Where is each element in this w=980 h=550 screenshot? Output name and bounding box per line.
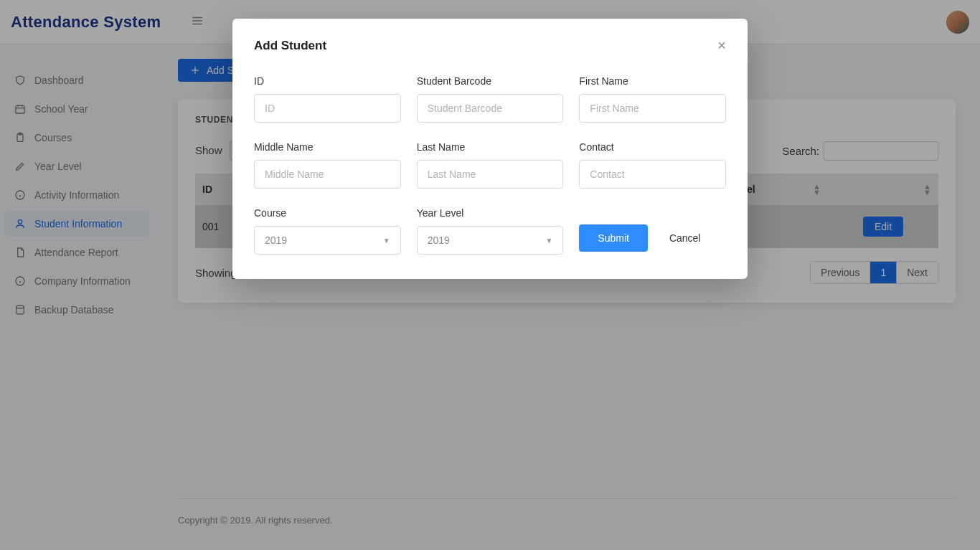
select-course[interactable]: 2019▼: [254, 226, 401, 255]
label-middlename: Middle Name: [254, 141, 401, 153]
field-barcode: Student Barcode: [417, 75, 564, 123]
field-id: ID: [254, 75, 401, 123]
modal-title: Add Student: [254, 39, 326, 53]
close-icon: ×: [717, 37, 726, 53]
modal-actions: Submit Cancel: [579, 207, 726, 255]
label-yearlevel: Year Level: [417, 207, 564, 219]
label-contact: Contact: [579, 141, 726, 153]
cancel-button[interactable]: Cancel: [669, 232, 701, 244]
input-firstname[interactable]: [579, 94, 726, 123]
input-lastname[interactable]: [417, 160, 564, 189]
field-yearlevel: Year Level 2019▼: [417, 207, 564, 255]
label-lastname: Last Name: [417, 141, 564, 153]
field-middlename: Middle Name: [254, 141, 401, 189]
select-yearlevel[interactable]: 2019▼: [417, 226, 564, 255]
label-barcode: Student Barcode: [417, 75, 564, 87]
input-id[interactable]: [254, 94, 401, 123]
submit-button[interactable]: Submit: [579, 224, 648, 252]
field-firstname: First Name: [579, 75, 726, 123]
select-course-value: 2019: [265, 234, 287, 246]
add-student-modal: Add Student × ID Student Barcode First N…: [232, 19, 748, 279]
chevron-down-icon: ▼: [383, 237, 390, 245]
field-contact: Contact: [579, 141, 726, 189]
label-course: Course: [254, 207, 401, 219]
label-firstname: First Name: [579, 75, 726, 87]
input-contact[interactable]: [579, 160, 726, 189]
label-id: ID: [254, 75, 401, 87]
input-middlename[interactable]: [254, 160, 401, 189]
field-lastname: Last Name: [417, 141, 564, 189]
field-course: Course 2019▼: [254, 207, 401, 255]
input-barcode[interactable]: [417, 94, 564, 123]
close-button[interactable]: ×: [717, 37, 726, 54]
chevron-down-icon: ▼: [545, 237, 552, 245]
select-yearlevel-value: 2019: [428, 234, 450, 246]
